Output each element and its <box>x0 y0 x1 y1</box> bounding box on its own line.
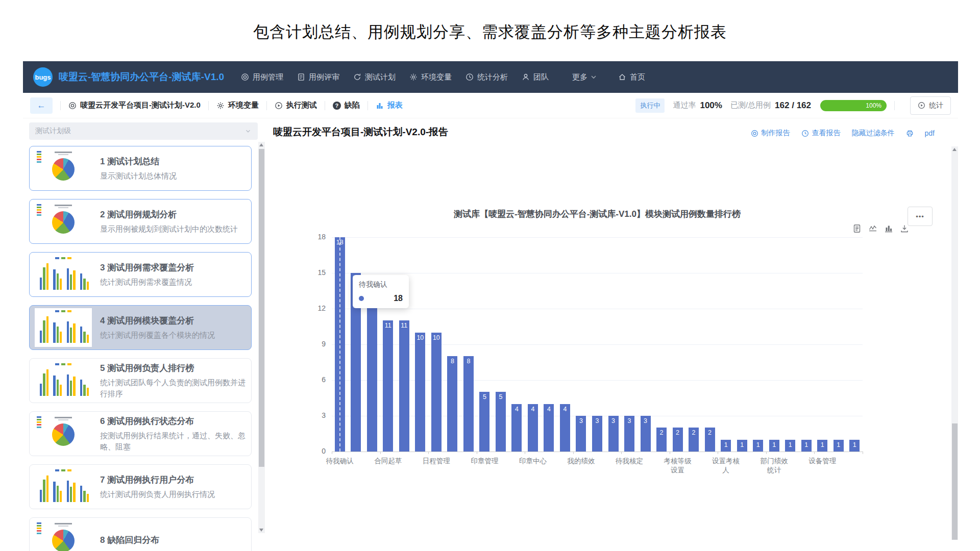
bar-value-label: 3 <box>592 417 602 424</box>
scrollbar-thumb[interactable] <box>259 149 264 467</box>
toolbar-tab-4[interactable]: ?缺陷 <box>333 101 360 110</box>
target-icon <box>68 102 77 110</box>
bar-15[interactable]: 4 <box>560 404 570 452</box>
nav-home[interactable]: 首页 <box>618 72 645 82</box>
bar-value-label: 1 <box>769 441 779 448</box>
toolbar-tab-5[interactable]: 报表 <box>376 101 403 110</box>
bar-4[interactable]: 11 <box>383 320 393 452</box>
toolbar-tab-1[interactable]: 唛盟云开发平台项目-测试计划-V2.0 <box>68 101 201 110</box>
x-axis-category-label: 待我核定 <box>615 457 644 466</box>
bar-6[interactable]: 10 <box>415 333 425 452</box>
play-circle-icon <box>918 102 925 109</box>
report-card-8[interactable]: 8 缺陷回归分布 <box>29 517 252 551</box>
bar-7[interactable]: 10 <box>431 333 442 452</box>
tested-total-label: 已测/总用例 <box>730 101 771 110</box>
report-action-pdf[interactable]: pdf <box>925 129 935 137</box>
bar-20[interactable]: 3 <box>641 416 651 452</box>
report-action-查看报告[interactable]: 查看报告 <box>801 129 841 138</box>
y-axis-tick-label: 18 <box>305 233 326 241</box>
thumb-title <box>55 152 72 153</box>
report-action-制作报告[interactable]: 制作报告 <box>751 129 790 138</box>
report-card-1[interactable]: 1 测试计划总结显示测试计划总体情况 <box>29 146 252 191</box>
sidebar-scrollbar[interactable] <box>258 142 265 533</box>
x-axis-line <box>332 452 863 452</box>
bar-12[interactable]: 4 <box>511 404 522 452</box>
divider <box>368 101 368 110</box>
nav-item-4[interactable]: 环境变量 <box>409 72 452 82</box>
bar-13[interactable]: 4 <box>528 404 538 452</box>
bar-11[interactable]: 5 <box>496 392 506 452</box>
bar-27[interactable]: 1 <box>753 440 763 452</box>
nav-item-1[interactable]: 用例管理 <box>241 72 283 82</box>
report-card-6[interactable]: 6 测试用例执行状态分布按测试用例执行结果统计，通过、失败、忽略、阻塞 <box>29 411 252 456</box>
report-action-printer-icon[interactable] <box>906 130 914 137</box>
bar-8[interactable]: 8 <box>447 356 457 452</box>
scroll-up-arrow[interactable] <box>952 148 957 151</box>
report-card-2[interactable]: 2 测试用例规划分析显示用例被规划到测试计划中的次数统计 <box>29 199 252 244</box>
bar-32[interactable]: 1 <box>834 440 844 452</box>
series-dot <box>359 296 364 301</box>
bar-19[interactable]: 3 <box>624 416 634 452</box>
pie-chart-thumbnail <box>52 423 75 446</box>
bar-18[interactable]: 3 <box>608 416 619 452</box>
toolbar-tab-3[interactable]: 执行测试 <box>275 101 317 110</box>
report-action-隐藏过滤条件[interactable]: 隐藏过滤条件 <box>852 129 895 138</box>
bar-31[interactable]: 1 <box>817 440 827 452</box>
bar-3[interactable]: 13 <box>367 297 377 452</box>
bar-value-label: 11 <box>399 322 409 329</box>
card-subtitle: 按测试用例执行结果统计，通过、失败、忽略、阻塞 <box>100 430 246 453</box>
report-card-3[interactable]: 3 测试用例需求覆盖分析统计测试用例需求覆盖情况 <box>29 252 252 297</box>
bar-14[interactable]: 4 <box>544 404 554 452</box>
line-chart-icon[interactable] <box>868 224 877 233</box>
bar-chart-thumbnail <box>40 367 89 396</box>
thumb-legend <box>37 151 41 163</box>
bar-30[interactable]: 1 <box>801 440 812 452</box>
x-axis-tick <box>766 452 767 454</box>
report-card-7[interactable]: 7 测试用例执行用户分布统计测试用例负责人用例执行情况 <box>29 464 252 509</box>
nav-more-menu[interactable]: 更多 <box>572 72 598 82</box>
bar-9[interactable]: 8 <box>463 356 474 452</box>
plan-level-select[interactable]: 测试计划级 <box>29 122 258 140</box>
pie-chart-thumbnail <box>52 158 75 181</box>
nav-item-6[interactable]: 团队 <box>522 72 549 82</box>
bar-28[interactable]: 1 <box>769 440 779 452</box>
bar-25[interactable]: 1 <box>721 440 731 452</box>
bar-23[interactable]: 2 <box>689 428 699 452</box>
data-view-icon[interactable] <box>852 224 862 233</box>
nav-item-5[interactable]: 统计分析 <box>465 72 508 82</box>
clock-icon <box>465 73 474 81</box>
bar-10[interactable]: 5 <box>479 392 489 452</box>
stats-button[interactable]: 统计 <box>910 96 951 115</box>
bar-17[interactable]: 3 <box>592 416 602 452</box>
bar-16[interactable]: 3 <box>576 416 586 452</box>
bar-1[interactable]: 18 <box>335 237 345 452</box>
nav-item-3[interactable]: 测试计划 <box>353 72 396 82</box>
scrollbar-thumb[interactable] <box>952 423 958 540</box>
bar-21[interactable]: 2 <box>656 428 667 452</box>
bar-26[interactable]: 1 <box>737 440 747 452</box>
report-scrollbar[interactable] <box>951 146 958 540</box>
back-button[interactable]: ← <box>30 97 53 114</box>
bar-29[interactable]: 1 <box>785 440 795 452</box>
x-axis-tick <box>863 452 863 454</box>
bar-22[interactable]: 2 <box>673 428 683 452</box>
download-icon[interactable] <box>900 224 909 233</box>
app-logo[interactable]: bugs <box>33 67 53 87</box>
scroll-down-arrow[interactable] <box>259 529 263 532</box>
report-card-4[interactable]: 4 测试用例模块覆盖分析统计测试用例覆盖各个模块的情况 <box>29 305 252 350</box>
bar-5[interactable]: 11 <box>399 320 409 452</box>
y-axis-tick-label: 3 <box>305 411 326 419</box>
bar-chart-icon[interactable] <box>884 224 893 233</box>
nav-item-2[interactable]: 用例评审 <box>297 72 339 82</box>
report-card-5[interactable]: 5 测试用例负责人排行榜统计测试团队每个人负责的测试用例数并进行排序 <box>29 358 252 403</box>
chart-more-button[interactable]: ••• <box>908 207 933 226</box>
y-axis-tick-label: 15 <box>305 268 326 277</box>
bar-24[interactable]: 2 <box>705 428 715 452</box>
card-text: 2 测试用例规划分析显示用例被规划到测试计划中的次数统计 <box>100 209 246 235</box>
thumb-legend <box>37 204 41 216</box>
scroll-up-arrow[interactable] <box>259 143 263 146</box>
bar-33[interactable]: 1 <box>849 440 860 452</box>
toolbar-tab-2[interactable]: 环境变量 <box>216 101 259 110</box>
bar-value-label: 4 <box>528 406 538 413</box>
x-axis-category-label: 部门绩效统计 <box>760 457 789 475</box>
